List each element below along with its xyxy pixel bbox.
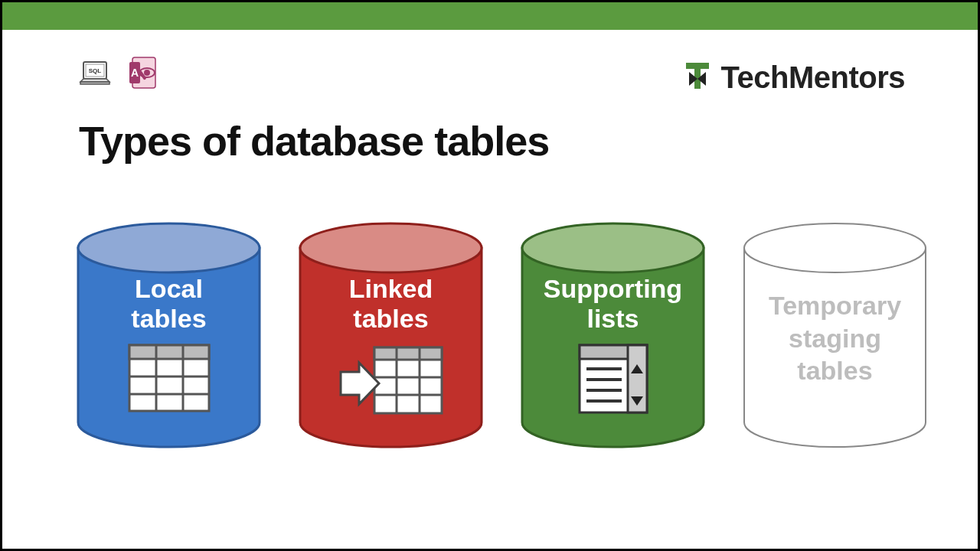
cylinder-label: Supporting lists: [519, 274, 707, 334]
linked-table-icon: [297, 343, 485, 418]
table-grid-icon: [75, 343, 263, 413]
sql-laptop-icon: SQL: [79, 59, 114, 90]
svg-text:SQL: SQL: [89, 67, 102, 74]
cylinder-label: Linked tables: [297, 274, 485, 334]
top-accent-bar: [2, 2, 978, 30]
svg-rect-16: [129, 345, 209, 359]
brand-mark-icon: [683, 60, 715, 95]
list-box-icon: [519, 343, 707, 415]
cylinder-linked-tables: Linked tables: [297, 220, 485, 450]
svg-rect-11: [694, 63, 701, 89]
cylinder-label: Local tables: [75, 274, 263, 334]
svg-rect-23: [374, 347, 442, 360]
cylinder-local-tables: Local tables: [75, 220, 263, 450]
svg-text:A: A: [131, 67, 139, 79]
ms-access-icon: A: [128, 56, 158, 90]
svg-point-39: [744, 223, 926, 272]
brand-logo: TechMentors: [683, 60, 905, 95]
cylinder-label: Temporary staging tables: [741, 289, 929, 387]
svg-point-29: [522, 223, 704, 272]
svg-point-6: [144, 70, 150, 76]
cylinder-temporary-staging: Temporary staging tables: [741, 220, 929, 450]
svg-point-14: [78, 223, 260, 272]
brand-text: TechMentors: [721, 60, 905, 95]
cylinder-row: Local tables Linked: [75, 220, 929, 450]
header-icons: SQL A: [79, 56, 158, 90]
slide-title: Types of database tables: [79, 117, 549, 165]
svg-point-21: [300, 223, 482, 272]
cylinder-supporting-lists: Supporting lists: [519, 220, 707, 450]
svg-rect-3: [80, 82, 109, 84]
